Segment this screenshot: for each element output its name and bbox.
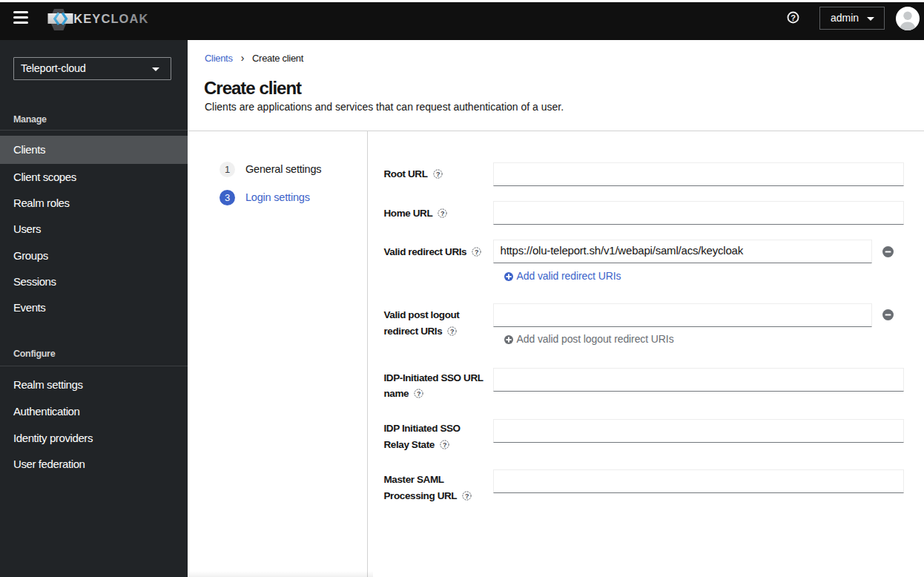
svg-text:?: ? <box>791 13 796 22</box>
svg-text:?: ? <box>450 328 454 335</box>
svg-text:?: ? <box>465 492 469 499</box>
svg-text:?: ? <box>435 171 439 178</box>
svg-text:?: ? <box>440 210 444 217</box>
svg-text:?: ? <box>443 441 446 448</box>
svg-text:?: ? <box>475 248 478 256</box>
svg-text:KEYCLOAK: KEYCLOAK <box>73 12 148 25</box>
svg-text:?: ? <box>417 390 420 398</box>
